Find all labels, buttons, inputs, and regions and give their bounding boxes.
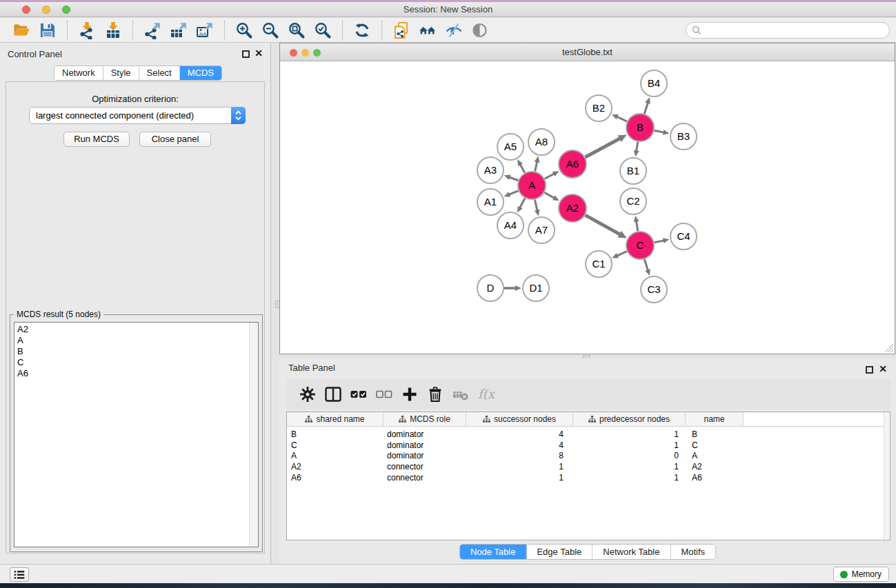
- tab-network[interactable]: Network: [54, 66, 103, 80]
- graph-node-A4[interactable]: A4: [497, 212, 524, 239]
- table-float-panel-icon[interactable]: [866, 366, 873, 374]
- network-canvas[interactable]: AA1A2A3A4A5A6A7A8BB1B2B3B4CC1C2C3C4DD1: [280, 61, 895, 354]
- float-panel-icon[interactable]: [242, 50, 250, 58]
- graph-node-B3[interactable]: B3: [670, 123, 697, 150]
- graph-edge-C-C2[interactable]: [636, 221, 637, 232]
- zoom-in-button[interactable]: [233, 19, 255, 41]
- import-table-button[interactable]: [102, 19, 124, 41]
- mcds-result-item[interactable]: A: [14, 335, 258, 346]
- graph-edge-A-A7[interactable]: [535, 200, 537, 211]
- zoom-out-button[interactable]: [259, 19, 281, 41]
- network-minimize-traffic-light[interactable]: [301, 49, 309, 57]
- mcds-result-list[interactable]: A2ABCA6: [14, 322, 259, 547]
- table-row[interactable]: Adominator80A: [287, 450, 890, 461]
- zoom-selected-button[interactable]: [312, 19, 334, 41]
- table-row[interactable]: Bdominator41B: [287, 429, 890, 440]
- export-table-button[interactable]: [168, 19, 190, 41]
- refresh-layout-button[interactable]: [351, 19, 373, 41]
- optimization-criterion-select[interactable]: largest connected component (directed): [29, 107, 246, 124]
- search-box[interactable]: [686, 22, 890, 39]
- mcds-result-item[interactable]: C: [14, 357, 258, 368]
- graph-node-C2[interactable]: C2: [620, 188, 646, 214]
- column-header-mcds-role[interactable]: MCDS role: [384, 412, 466, 427]
- graph-edge-C-C1[interactable]: [617, 252, 626, 256]
- table-tab-motifs[interactable]: Motifs: [670, 545, 715, 559]
- graph-node-B[interactable]: B: [626, 114, 654, 141]
- graph-edge-B-B4[interactable]: [644, 103, 648, 114]
- tab-mcds[interactable]: MCDS: [180, 66, 221, 80]
- graph-edge-A-A8[interactable]: [535, 161, 537, 171]
- tab-style[interactable]: Style: [103, 66, 139, 80]
- close-panel-icon[interactable]: ✕: [255, 48, 263, 59]
- open-session-button[interactable]: [10, 19, 32, 41]
- toggle-visibility-button[interactable]: [443, 19, 465, 41]
- mcds-result-item[interactable]: A2: [14, 324, 258, 335]
- birdseye-view-button[interactable]: [469, 19, 491, 41]
- graph-node-C3[interactable]: C3: [641, 276, 667, 303]
- graph-edge-B-B2[interactable]: [617, 116, 627, 121]
- graph-edge-A2-C[interactable]: [585, 215, 620, 234]
- zoom-fit-button[interactable]: [286, 19, 308, 41]
- select-all-rows-button[interactable]: [349, 384, 368, 405]
- search-input[interactable]: [705, 26, 889, 35]
- table-row[interactable]: A2connector11A2: [287, 461, 890, 472]
- column-header-name[interactable]: name: [686, 412, 744, 427]
- graph-node-A7[interactable]: A7: [528, 217, 555, 243]
- graph-edge-A-A4[interactable]: [520, 199, 525, 208]
- task-history-button[interactable]: [10, 567, 29, 582]
- table-row[interactable]: A6connector11A6: [287, 472, 890, 483]
- network-zoom-traffic-light[interactable]: [313, 49, 321, 57]
- column-header-successor-nodes[interactable]: successor nodes: [466, 412, 573, 427]
- network-close-traffic-light[interactable]: [290, 49, 297, 57]
- column-header-predecessor-nodes[interactable]: predecessor nodes: [573, 412, 686, 427]
- table-settings-button[interactable]: [298, 384, 317, 405]
- graph-node-B1[interactable]: B1: [620, 158, 646, 184]
- table-row[interactable]: Cdominator41C: [287, 440, 890, 451]
- graph-node-C4[interactable]: C4: [670, 223, 697, 250]
- tab-select[interactable]: Select: [139, 66, 180, 80]
- close-panel-button[interactable]: Close panel: [139, 132, 211, 147]
- graph-edge-A-A3[interactable]: [509, 177, 518, 181]
- graph-node-A6[interactable]: A6: [559, 150, 586, 178]
- import-network-button[interactable]: [76, 19, 98, 41]
- table-tab-network-table[interactable]: Network Table: [593, 545, 670, 559]
- graph-edge-C-C4[interactable]: [655, 241, 664, 243]
- graph-edge-A-A1[interactable]: [509, 191, 519, 194]
- graph-node-C1[interactable]: C1: [586, 251, 612, 277]
- deselect-all-rows-button[interactable]: [375, 384, 393, 405]
- graph-edge-A-A2[interactable]: [544, 192, 554, 198]
- graph-node-A5[interactable]: A5: [497, 134, 524, 160]
- graph-node-A[interactable]: A: [518, 172, 546, 199]
- show-graphics-details-button[interactable]: [417, 19, 439, 41]
- mcds-result-item[interactable]: B: [14, 346, 258, 357]
- graph-node-B4[interactable]: B4: [641, 70, 667, 97]
- column-visibility-button[interactable]: [323, 384, 342, 405]
- run-mcds-button[interactable]: Run MCDS: [63, 132, 130, 147]
- graph-node-A3[interactable]: A3: [477, 157, 504, 183]
- graph-node-D[interactable]: D: [477, 275, 504, 301]
- graph-edge-B-B1[interactable]: [637, 142, 638, 152]
- graph-node-D1[interactable]: D1: [523, 275, 549, 301]
- graph-edge-C-C3[interactable]: [644, 259, 648, 270]
- table-scrollbar[interactable]: [884, 412, 890, 540]
- table-close-panel-icon[interactable]: ✕: [879, 363, 887, 374]
- column-header-shared-name[interactable]: shared name: [287, 412, 384, 427]
- network-from-selection-button[interactable]: [390, 19, 412, 41]
- table-tab-node-table[interactable]: Node Table: [460, 545, 527, 559]
- export-network-button[interactable]: [141, 19, 163, 41]
- delete-column-button[interactable]: [426, 384, 444, 405]
- graph-node-A8[interactable]: A8: [528, 129, 555, 155]
- resize-grip-icon[interactable]: [885, 344, 894, 353]
- graph-node-C[interactable]: C: [626, 232, 654, 259]
- graph-node-A2[interactable]: A2: [559, 194, 586, 222]
- graph-edge-A6-B[interactable]: [585, 139, 620, 157]
- export-image-button[interactable]: [194, 19, 216, 41]
- save-session-button[interactable]: [37, 19, 59, 41]
- mcds-result-item[interactable]: A6: [14, 368, 258, 379]
- memory-button[interactable]: Memory: [833, 567, 889, 582]
- table-tab-edge-table[interactable]: Edge Table: [526, 545, 593, 559]
- graph-node-A1[interactable]: A1: [477, 189, 504, 215]
- graph-edge-B-B3[interactable]: [655, 130, 664, 132]
- graph-node-B2[interactable]: B2: [586, 95, 612, 121]
- result-list-scrollbar[interactable]: [249, 323, 258, 547]
